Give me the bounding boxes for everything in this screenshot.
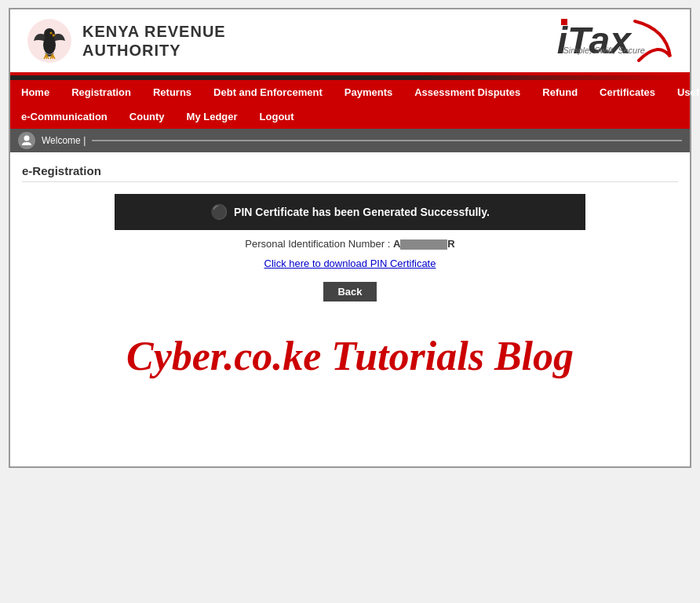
back-btn-wrapper: Back (22, 282, 678, 302)
kra-text: Kenya Revenue Authority (82, 22, 226, 60)
nav-certificates[interactable]: Certificates (589, 80, 666, 104)
nav-assessment[interactable]: Assessment Disputes (403, 80, 531, 104)
page-title: e-Registration (22, 164, 678, 182)
header: Kenya Revenue Authority iTax Simple, Swi… (10, 9, 690, 75)
nav-registration[interactable]: Registration (60, 80, 142, 104)
svg-point-4 (24, 136, 30, 141)
main-content: e-Registration ⚫ PIN Certificate has bee… (10, 152, 690, 466)
download-pin-link[interactable]: Click here to download PIN Certificate (264, 258, 436, 269)
nav-useful-links[interactable]: Useful Links (666, 80, 700, 104)
nav-debt[interactable]: Debt and Enforcement (202, 80, 334, 104)
nav-refund[interactable]: Refund (531, 80, 589, 104)
nav-row1: Home Registration Returns Debt and Enfor… (10, 80, 690, 104)
nav-county[interactable]: County (118, 104, 176, 129)
kra-logo-icon (26, 17, 73, 64)
pin-value: AR (393, 238, 455, 250)
header-left: Kenya Revenue Authority (26, 17, 226, 64)
itax-tax: Tax (567, 20, 631, 61)
svg-point-3 (50, 32, 53, 35)
itax-i: i (557, 20, 567, 61)
svg-point-2 (44, 28, 55, 39)
success-box: ⚫ PIN Certificate has been Generated Suc… (115, 194, 585, 230)
itax-swoosh-svg (627, 17, 674, 64)
nav-my-ledger[interactable]: My Ledger (176, 104, 249, 129)
pin-info: Personal Identification Number : AR (22, 238, 678, 250)
itax-tagline: Simple, Swift, Secure (563, 46, 645, 55)
kra-name-line1: Kenya Revenue (82, 22, 226, 41)
success-icon: ⚫ (210, 203, 228, 221)
itax-dot (561, 19, 567, 25)
user-bar-line (92, 140, 682, 141)
success-line: ⚫ PIN Certificate has been Generated Suc… (130, 203, 570, 221)
nav-row2: e-Communication County My Ledger Logout (10, 104, 690, 129)
nav-ecommunication[interactable]: e-Communication (10, 104, 118, 129)
user-bar: Welcome | (10, 129, 690, 152)
back-button[interactable]: Back (323, 282, 376, 302)
watermark-text: Cyber.co.ke Tutorials Blog (22, 333, 678, 379)
download-link-wrapper: Click here to download PIN Certificate (22, 256, 678, 270)
header-right: iTax Simple, Swift, Secure (557, 17, 674, 64)
nav-payments[interactable]: Payments (334, 80, 403, 104)
nav-logout[interactable]: Logout (249, 104, 305, 129)
user-avatar-icon (18, 132, 35, 149)
kra-name-line2: Authority (82, 41, 226, 60)
nav-returns[interactable]: Returns (142, 80, 202, 104)
success-message: PIN Certificate has been Generated Succe… (234, 206, 490, 218)
nav-home[interactable]: Home (10, 80, 60, 104)
pin-label: Personal Identification Number : (245, 238, 390, 250)
user-welcome-text: Welcome | (42, 135, 86, 146)
page-wrapper: Kenya Revenue Authority iTax Simple, Swi… (9, 8, 691, 468)
nav-bar-row1: Home Registration Returns Debt and Enfor… (10, 80, 690, 129)
